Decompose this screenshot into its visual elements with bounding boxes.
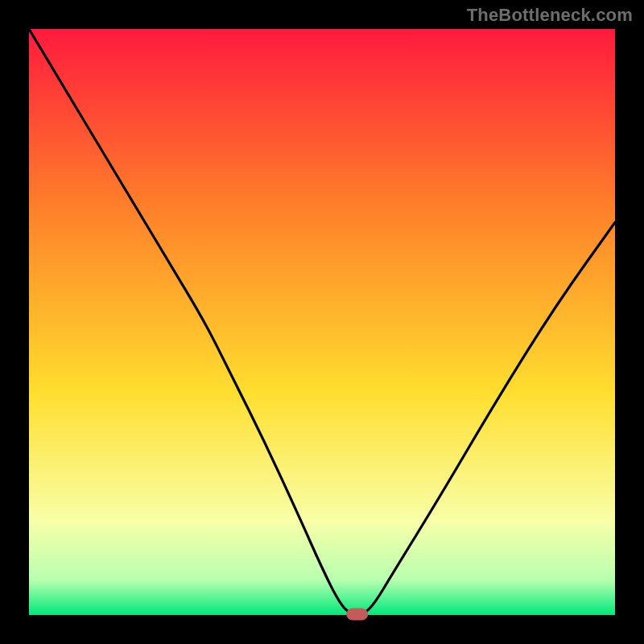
bottleneck-plot — [0, 0, 644, 644]
optimum-marker — [347, 609, 368, 620]
chart-frame: TheBottleneck.com — [0, 0, 644, 644]
plot-background — [29, 29, 615, 615]
